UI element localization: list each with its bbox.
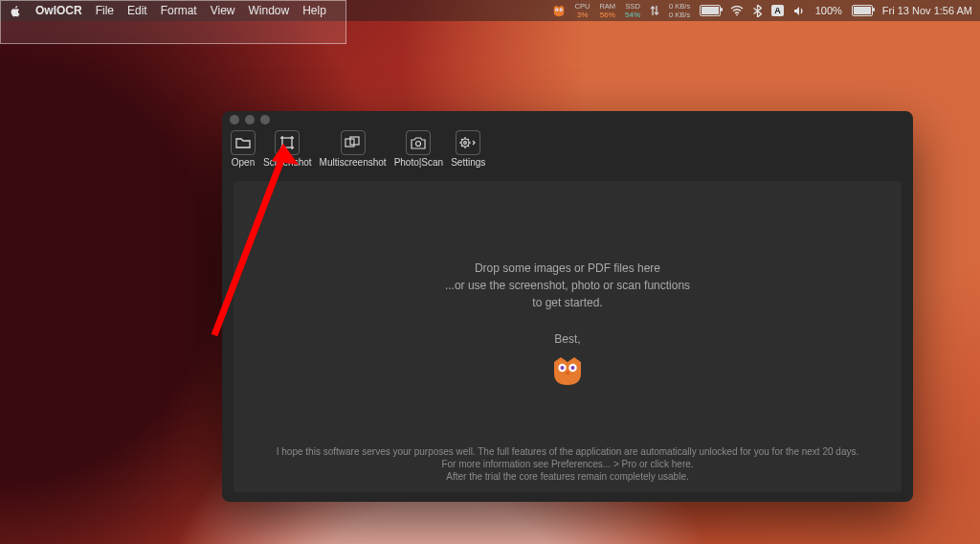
stat-net[interactable]: 0 KB/s0 KB/s — [669, 2, 690, 19]
gear-icon — [456, 130, 480, 155]
menu-window[interactable]: Window — [249, 4, 290, 17]
svg-point-2 — [556, 9, 557, 10]
svg-point-8 — [416, 141, 421, 146]
open-label: Open — [232, 157, 255, 168]
menubar-owl-icon[interactable] — [552, 4, 566, 17]
multiscreenshot-button[interactable]: Multiscreenshot — [317, 130, 390, 168]
photoscan-label: Photo|Scan — [394, 157, 444, 168]
svg-point-3 — [560, 9, 561, 10]
battery-icon[interactable] — [852, 5, 873, 16]
svg-point-10 — [464, 142, 467, 145]
input-source-badge[interactable]: A — [771, 5, 784, 16]
battery-small-icon[interactable] — [700, 5, 721, 16]
owl-icon — [551, 355, 584, 386]
stat-ssd[interactable]: SSD54% — [625, 2, 640, 19]
menu-edit[interactable]: Edit — [127, 4, 147, 17]
multiscreenshot-label: Multiscreenshot — [320, 157, 387, 168]
trial-note: I hope this software serves your purpose… — [234, 445, 902, 483]
menubar: OwlOCR File Edit Format View Window Help… — [0, 0, 980, 21]
svg-point-9 — [461, 139, 469, 147]
folder-icon — [231, 130, 256, 155]
volume-icon[interactable] — [793, 6, 806, 16]
toolbar: Open Screenshot Multiscreenshot Photo|Sc… — [222, 128, 913, 171]
clock[interactable]: Fri 13 Nov 1:56 AM — [882, 5, 972, 16]
app-name[interactable]: OwlOCR — [35, 4, 82, 17]
screenshot-label: Screenshot — [263, 157, 312, 168]
window-minimize-button[interactable] — [245, 115, 255, 125]
wifi-icon[interactable] — [730, 6, 744, 16]
camera-icon — [406, 130, 431, 155]
settings-button[interactable]: Settings — [448, 130, 488, 168]
stat-ram[interactable]: RAM56% — [599, 2, 615, 19]
multi-crop-icon — [341, 130, 366, 155]
apple-logo-icon[interactable] — [10, 5, 22, 17]
menu-file[interactable]: File — [96, 4, 114, 17]
screenshot-button[interactable]: Screenshot — [260, 130, 315, 168]
bluetooth-icon[interactable] — [753, 5, 762, 17]
svg-rect-5 — [282, 138, 292, 147]
window-zoom-button[interactable] — [260, 115, 270, 125]
svg-point-4 — [736, 13, 738, 15]
settings-label: Settings — [451, 157, 485, 168]
svg-point-14 — [571, 366, 575, 370]
battery-pct: 100% — [815, 5, 842, 16]
stat-cpu[interactable]: CPU3% — [575, 2, 590, 19]
menu-format[interactable]: Format — [161, 4, 197, 17]
menu-help[interactable]: Help — [302, 4, 326, 17]
menu-view[interactable]: View — [211, 4, 235, 17]
drop-instructions: Drop some images or PDF files here ...or… — [445, 260, 690, 311]
photoscan-button[interactable]: Photo|Scan — [391, 130, 447, 168]
app-window: Open Screenshot Multiscreenshot Photo|Sc… — [222, 111, 913, 502]
sign-off: Best, — [554, 332, 580, 346]
crop-icon — [275, 130, 300, 155]
svg-point-13 — [561, 366, 565, 370]
drop-area[interactable]: Drop some images or PDF files here ...or… — [234, 181, 902, 492]
window-titlebar[interactable] — [222, 111, 913, 128]
open-button[interactable]: Open — [228, 130, 258, 168]
window-close-button[interactable] — [230, 115, 239, 125]
net-arrows-icon — [650, 5, 659, 16]
